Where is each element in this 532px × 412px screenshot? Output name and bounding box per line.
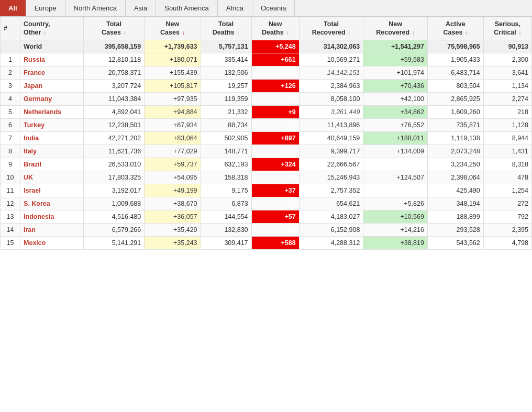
row-10-cell-2: 17,803,325 xyxy=(83,171,145,184)
sort-icon-9: ↕ xyxy=(517,30,522,36)
row-15-cell-8: 543,562 xyxy=(427,236,483,249)
row-6-cell-1[interactable]: Turkey xyxy=(20,118,84,131)
tab-bar: AllEuropeNorth AmericaAsiaSouth AmericaA… xyxy=(0,0,532,17)
header-col-3[interactable]: NewCases ↓ xyxy=(145,17,201,40)
row-5-cell-6: 3,261,449 xyxy=(299,105,363,118)
row-3-cell-3: +105,817 xyxy=(145,79,201,92)
tab-north-america[interactable]: North America xyxy=(65,0,126,16)
country-link-germany[interactable]: Germany xyxy=(24,95,52,103)
row-1-cell-4: 335,414 xyxy=(201,53,251,66)
sort-icon-2: ↕ xyxy=(122,30,126,36)
row-12-cell-1[interactable]: S. Korea xyxy=(20,197,84,210)
row-9-cell-9: 8,318 xyxy=(483,158,531,171)
header-col-2[interactable]: TotalCases ↕ xyxy=(83,17,145,40)
row-7-cell-9: 8,944 xyxy=(483,131,531,144)
row-6-cell-9: 1,128 xyxy=(483,118,531,131)
row-6-cell-4: 88,734 xyxy=(201,118,251,131)
row-8-cell-1[interactable]: Italy xyxy=(20,144,84,158)
country-link-japan[interactable]: Japan xyxy=(24,82,42,90)
country-link-s.-korea[interactable]: S. Korea xyxy=(24,200,50,207)
row-3-cell-4: 19,257 xyxy=(201,79,251,92)
header-col-5[interactable]: NewDeaths ↕ xyxy=(251,17,299,40)
row-13-cell-2: 4,516,480 xyxy=(83,210,145,223)
tab-oceania[interactable]: Oceania xyxy=(252,0,295,16)
row-8-cell-5: +229 xyxy=(251,144,299,158)
row-2-cell-5: +129 xyxy=(251,66,299,79)
row-9-cell-6: 22,666,567 xyxy=(299,158,363,171)
country-link-france[interactable]: France xyxy=(24,69,45,76)
row-7-cell-7: +188,011 xyxy=(363,131,428,144)
row-4-cell-2: 11,043,384 xyxy=(83,92,145,105)
country-link-indonesia[interactable]: Indonesia xyxy=(24,213,54,220)
row-2-cell-3: +155,439 xyxy=(145,66,201,79)
row-8-cell-8: 2,073,248 xyxy=(427,144,483,158)
row-15-cell-5: +588 xyxy=(251,236,299,249)
row-12-cell-7: +5,826 xyxy=(363,197,428,210)
row-1-cell-1[interactable]: Russia xyxy=(20,53,84,66)
table-row: 6Turkey12,238,501+87,93488,734+20111,413… xyxy=(1,118,532,131)
row-10-cell-4: 158,318 xyxy=(201,171,251,184)
row-10-cell-1[interactable]: UK xyxy=(20,171,84,184)
country-link-iran[interactable]: Iran xyxy=(24,226,36,233)
row-11-cell-1[interactable]: Israel xyxy=(20,184,84,197)
row-4-cell-4: 119,359 xyxy=(201,92,251,105)
world-row: World395,658,159+1,739,6335,757,131+5,24… xyxy=(1,40,532,53)
tab-africa[interactable]: Africa xyxy=(218,0,252,16)
table-row: 5Netherlands4,892,041+94,88421,332+93,26… xyxy=(1,105,532,118)
country-link-mexico[interactable]: Mexico xyxy=(24,239,46,247)
row-5-cell-3: +94,884 xyxy=(145,105,201,118)
row-9-cell-3: +59,737 xyxy=(145,158,201,171)
row-2-cell-1[interactable]: France xyxy=(20,66,84,79)
tab-asia[interactable]: Asia xyxy=(126,0,156,16)
header-col-4[interactable]: TotalDeaths ↕ xyxy=(201,17,251,40)
row-9-cell-4: 632,193 xyxy=(201,158,251,171)
row-4-cell-8: 2,865,925 xyxy=(427,92,483,105)
row-4-cell-1[interactable]: Germany xyxy=(20,92,84,105)
row-15-cell-1[interactable]: Mexico xyxy=(20,236,84,249)
row-5-cell-1[interactable]: Netherlands xyxy=(20,105,84,118)
tab-south-america[interactable]: South America xyxy=(156,0,218,16)
header-col-6[interactable]: TotalRecovered ↕ xyxy=(299,17,363,40)
row-7-cell-5: +897 xyxy=(251,131,299,144)
world-cell-0 xyxy=(1,40,20,53)
row-2-cell-4: 132,506 xyxy=(201,66,251,79)
country-link-india[interactable]: India xyxy=(24,135,39,142)
country-link-italy[interactable]: Italy xyxy=(24,148,37,155)
country-link-uk[interactable]: UK xyxy=(24,174,33,181)
header-col-1[interactable]: Country,Other ↕ xyxy=(20,17,84,40)
row-4-cell-3: +97,935 xyxy=(145,92,201,105)
row-13-cell-1[interactable]: Indonesia xyxy=(20,210,84,223)
table-row: 3Japan3,207,724+105,81719,257+1262,384,9… xyxy=(1,79,532,92)
row-8-cell-4: 148,771 xyxy=(201,144,251,158)
country-link-russia[interactable]: Russia xyxy=(24,56,45,63)
country-link-turkey[interactable]: Turkey xyxy=(24,121,45,129)
row-5-cell-8: 1,609,260 xyxy=(427,105,483,118)
header-col-7[interactable]: NewRecovered ↕ xyxy=(363,17,428,40)
row-12-cell-8: 348,194 xyxy=(427,197,483,210)
row-2-cell-2: 20,758,371 xyxy=(83,66,145,79)
row-1-cell-3: +180,071 xyxy=(145,53,201,66)
row-12-cell-6: 654,621 xyxy=(299,197,363,210)
row-9-cell-1[interactable]: Brazil xyxy=(20,158,84,171)
row-7-cell-1[interactable]: India xyxy=(20,131,84,144)
header-col-8[interactable]: ActiveCases ↕ xyxy=(427,17,483,40)
row-14-cell-6: 6,152,908 xyxy=(299,223,363,236)
country-link-netherlands[interactable]: Netherlands xyxy=(24,108,61,116)
row-6-cell-0: 6 xyxy=(1,118,20,131)
row-12-cell-4: 6,873 xyxy=(201,197,251,210)
row-14-cell-1[interactable]: Iran xyxy=(20,223,84,236)
row-10-cell-0: 10 xyxy=(1,171,20,184)
header-col-9[interactable]: Serious,Critical ↕ xyxy=(483,17,531,40)
row-12-cell-2: 1,009,688 xyxy=(83,197,145,210)
row-10-cell-6: 15,246,943 xyxy=(299,171,363,184)
row-10-cell-9: 478 xyxy=(483,171,531,184)
row-3-cell-1[interactable]: Japan xyxy=(20,79,84,92)
row-2-cell-9: 3,641 xyxy=(483,66,531,79)
row-3-cell-0: 3 xyxy=(1,79,20,92)
row-1-cell-2: 12,810,118 xyxy=(83,53,145,66)
row-9-cell-5: +324 xyxy=(251,158,299,171)
country-link-israel[interactable]: Israel xyxy=(24,187,41,194)
tab-europe[interactable]: Europe xyxy=(26,0,65,16)
country-link-brazil[interactable]: Brazil xyxy=(24,161,41,168)
tab-all[interactable]: All xyxy=(0,0,26,16)
